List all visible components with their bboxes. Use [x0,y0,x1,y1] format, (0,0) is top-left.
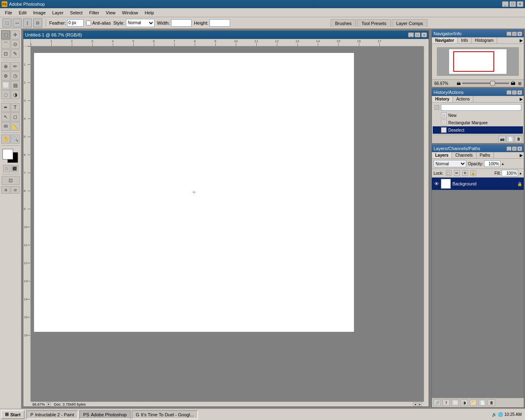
history-create-snapshot-button[interactable]: 📷 [498,136,506,142]
history-menu-button[interactable]: ▶ [519,96,524,102]
add-mask-button[interactable]: ⬜ [452,399,459,406]
status-left-button[interactable]: ◄ [413,402,417,406]
tool-icon-rect[interactable]: ⬚ [2,18,11,27]
document-controls[interactable]: _ □ × [408,32,427,37]
navigator-extra-button[interactable]: ⊞ [518,81,521,86]
zoom-in-button[interactable]: 🏔 [511,80,516,86]
layers-panel-controls[interactable]: _ □ × [507,146,522,151]
tool-icon-row[interactable]: | [23,18,32,27]
menu-window[interactable]: Window [119,9,142,16]
history-item-deselect[interactable]: ⬚ Deselect [433,126,523,134]
navigator-menu-button[interactable]: ▶ [519,37,524,43]
hand-tool[interactable]: ✋ [1,135,10,144]
panel-tab-tool-presets[interactable]: Tool Presets [357,19,391,27]
tab-history[interactable]: History [432,96,453,102]
navigator-panel-controls[interactable]: _ □ × [507,32,522,36]
eraser-tool[interactable]: ⬜ [1,81,10,90]
quick-mask-button[interactable]: ⬛ [11,165,18,172]
opacity-input[interactable] [484,160,500,167]
screen-mode-button[interactable]: ⊡ [2,176,20,185]
shape-tool[interactable]: ◻ [11,112,20,121]
history-maximize-button[interactable]: □ [512,90,517,95]
history-panel-controls[interactable]: _ □ × [507,90,522,95]
tool-icon-col[interactable]: ⊡ [33,18,42,27]
menu-edit[interactable]: Edit [16,9,30,16]
extras-button-1[interactable]: ⊞ [1,186,10,194]
close-button[interactable]: × [517,1,523,7]
tab-channels[interactable]: Channels [452,152,476,158]
history-item-marquee[interactable]: ⬚ Rectangular Marquee [433,119,523,126]
history-new-document-button[interactable]: 📄 [507,136,514,142]
lock-all-button[interactable]: 🔒 [470,170,476,176]
vertical-scrollbar[interactable] [424,46,429,402]
menu-help[interactable]: Help [142,9,158,16]
status-right-button[interactable]: ► [418,402,422,406]
history-close-button[interactable]: × [517,90,522,95]
layers-menu-button[interactable]: ▶ [519,152,524,158]
tool-icon-single[interactable]: — [13,18,22,27]
history-minimize-button[interactable]: _ [507,90,511,95]
opacity-arrow[interactable]: ▲ [501,162,504,166]
tab-navigator[interactable]: Navigator [432,37,458,43]
doc-close-button[interactable]: × [421,32,427,37]
layers-maximize-button[interactable]: □ [512,146,517,151]
healing-brush-tool[interactable]: ⊕ [1,62,10,71]
tab-info[interactable]: Info [458,37,472,43]
anti-alias-checkbox[interactable] [86,21,91,25]
lock-move-button[interactable]: ✛ [462,170,468,176]
layer-visibility-button[interactable]: 👁 [434,181,439,187]
fill-arrow[interactable]: ▲ [519,171,522,175]
blur-tool[interactable]: ◌ [1,90,10,99]
layers-minimize-button[interactable]: _ [507,146,511,151]
path-select-tool[interactable]: ↖ [1,112,10,121]
menu-view[interactable]: View [103,9,119,16]
nav-maximize-button[interactable]: □ [512,32,517,36]
dodge-tool[interactable]: ◑ [11,90,20,99]
gradient-tool[interactable]: ▤ [11,81,20,90]
zoom-tool[interactable]: 🔍 [11,135,20,144]
nav-minimize-button[interactable]: _ [507,32,511,36]
menu-image[interactable]: Image [30,9,49,16]
link-layers-button[interactable]: 🔗 [434,399,441,406]
maximize-button[interactable]: □ [509,1,516,7]
fill-input[interactable] [502,170,518,176]
new-layer-button[interactable]: 📄 [479,399,486,406]
history-brush-tool[interactable]: ◷ [11,71,20,80]
menu-select[interactable]: Select [67,9,86,16]
crop-tool[interactable]: ⊡ [1,49,10,58]
panel-tab-brushes[interactable]: Brushes [331,19,356,27]
start-button[interactable]: ⊞ Start [1,410,25,419]
history-delete-button[interactable]: 🗑 [515,136,522,142]
tab-layers[interactable]: Layers [432,152,452,158]
history-item-new[interactable]: □ New [433,112,523,119]
rectangular-marquee-tool[interactable]: ⬚ [1,30,10,39]
adjustment-layer-button[interactable]: ◑ [461,399,468,406]
width-input[interactable] [171,19,192,27]
layers-close-button[interactable]: × [517,146,522,151]
layer-style-button[interactable]: f [443,399,450,406]
tab-paths[interactable]: Paths [477,152,494,158]
extras-button-2[interactable]: ⊟ [11,186,20,194]
feather-input[interactable] [67,19,84,27]
zoom-slider-thumb[interactable] [490,81,495,86]
zoom-context-button[interactable]: ▼ [47,402,51,406]
doc-maximize-button[interactable]: □ [415,32,420,37]
foreground-color-swatch[interactable] [2,149,13,160]
menu-layer[interactable]: Layer [49,9,67,16]
delete-layer-button[interactable]: 🗑 [488,399,495,406]
lock-paint-button[interactable]: ✏ [454,170,460,176]
nav-close-button[interactable]: × [517,32,522,36]
lock-transparent-button[interactable]: ⬚ [446,170,452,176]
pen-tool[interactable]: ✒ [1,103,10,112]
panel-tab-layer-comps[interactable]: Layer Comps [392,19,427,27]
quick-select-tool[interactable]: ⊙ [11,40,20,49]
measure-tool[interactable]: 📐 [11,122,20,131]
height-input[interactable] [210,19,230,27]
title-bar-controls[interactable]: _ □ × [502,1,523,7]
tab-histogram[interactable]: Histogram [472,37,498,43]
taskbar-item-photoshop[interactable]: PS Adobe Photoshop [79,410,131,419]
notes-tool[interactable]: ✉ [1,122,10,131]
menu-file[interactable]: File [2,9,16,16]
type-tool[interactable]: T [11,103,20,112]
minimize-button[interactable]: _ [502,1,509,7]
